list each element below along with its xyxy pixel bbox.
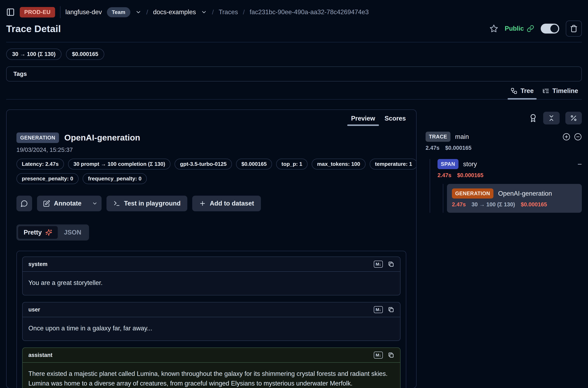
star-icon[interactable] <box>490 24 498 33</box>
tree-toolbar <box>426 109 582 127</box>
breadcrumb-trace-id: fac231bc-90ee-490a-aa32-78c4269474e3 <box>249 8 369 16</box>
breadcrumb: PROD-EU langfuse-dev Team / docs-example… <box>6 5 582 19</box>
format-json-segment[interactable]: JSON <box>58 226 87 239</box>
message-paragraph: You are a great storyteller. <box>28 278 394 288</box>
annotate-label: Annotate <box>54 200 81 207</box>
cost-badge: $0.000165 <box>66 48 104 60</box>
expand-all-icon[interactable] <box>563 133 570 141</box>
award-scores-icon[interactable] <box>529 114 537 122</box>
message-card-system: system M↓ You are a great storyteller. <box>22 257 401 295</box>
chevron-down-icon[interactable] <box>201 9 207 15</box>
chevron-down-icon <box>92 201 98 206</box>
trace-metrics: 2.47s $0.000165 <box>426 145 582 151</box>
message-paragraph: Once upon a time in a galaxy far, far aw… <box>28 323 394 333</box>
markdown-toggle-icon[interactable]: M↓ <box>374 261 383 268</box>
format-pretty-segment[interactable]: Pretty <box>18 226 58 239</box>
message-header: assistant M↓ <box>23 348 400 363</box>
page-title: Trace Detail <box>6 23 61 34</box>
collapse-all-button[interactable] <box>543 112 560 124</box>
top-p-badge: top_p: 1 <box>276 159 308 170</box>
observation-badges-row-1: Latency: 2.47s 30 prompt → 100 completio… <box>17 159 406 170</box>
annotate-dropdown[interactable] <box>88 201 102 206</box>
tab-timeline[interactable]: Timeline <box>540 85 581 99</box>
tab-preview[interactable]: Preview <box>347 110 379 127</box>
latency-badge: Latency: 2.47s <box>17 159 64 170</box>
comment-button[interactable] <box>17 196 32 211</box>
trace-type-badge: TRACE <box>426 132 451 142</box>
tree-node-generation-selected[interactable]: GENERATION OpenAI-generation 2.47s 30 → … <box>447 184 582 213</box>
markdown-toggle-icon[interactable]: M↓ <box>374 352 383 359</box>
pretty-label: Pretty <box>24 229 42 236</box>
message-content: There existed a majestic planet called L… <box>23 363 400 388</box>
public-label: Public <box>505 25 524 32</box>
trace-detail-page: PROD-EU langfuse-dev Team / docs-example… <box>0 5 588 388</box>
breadcrumb-section-traces[interactable]: Traces <box>219 8 238 16</box>
copy-icon[interactable] <box>388 306 394 313</box>
chevron-down-icon[interactable] <box>135 9 141 15</box>
breadcrumb-project[interactable]: docs-examples <box>153 8 196 16</box>
collapse-node-icon[interactable]: − <box>578 160 582 168</box>
span-type-badge: SPAN <box>437 159 458 169</box>
public-toggle[interactable] <box>541 24 559 34</box>
span-node-label: SPAN story <box>437 159 477 169</box>
max-tokens-badge: max_tokens: 100 <box>312 159 365 170</box>
copy-icon[interactable] <box>388 261 394 267</box>
observation-header: GENERATION OpenAI-generation <box>17 132 406 143</box>
terminal-icon <box>113 200 120 207</box>
panel-tabs: Preview Scores <box>7 110 416 127</box>
breadcrumb-organization[interactable]: langfuse-dev <box>65 8 102 16</box>
metrics-percent-button[interactable] <box>565 112 582 124</box>
sidebar-toggle-icon[interactable] <box>6 8 15 17</box>
presence-penalty-badge: presence_penalty: 0 <box>17 173 79 184</box>
sparkles-icon <box>45 229 52 236</box>
annotate-button[interactable]: Annotate <box>37 200 88 207</box>
breadcrumb-separator: / <box>146 8 148 16</box>
message-header: user M↓ <box>23 302 400 317</box>
environment-badge[interactable]: PROD-EU <box>20 7 55 18</box>
message-actions: M↓ <box>374 306 394 313</box>
toggle-knob <box>550 25 558 32</box>
percent-icon <box>570 114 577 122</box>
messages-container: system M↓ You are a great storyteller. <box>17 251 406 388</box>
message-role: assistant <box>28 352 52 358</box>
span-name: story <box>463 160 477 168</box>
tree-children-level-2: GENERATION OpenAI-generation 2.47s 30 → … <box>443 184 582 213</box>
usage-badge: 30 → 100 (Σ 130) <box>6 48 62 60</box>
message-actions: M↓ <box>374 352 394 359</box>
tree-node-trace[interactable]: TRACE main 2.47s $0.000165 <box>426 132 582 213</box>
message-card-user: user M↓ Once upon a time in a galaxy far… <box>22 302 401 341</box>
link-icon[interactable] <box>527 25 534 32</box>
model-badge: gpt-3.5-turbo-0125 <box>175 159 232 170</box>
trace-name: main <box>455 133 469 141</box>
generation-metrics: 2.47s 30 → 100 (Σ 130) $0.000165 <box>452 201 577 208</box>
add-to-dataset-button[interactable]: Add to dataset <box>192 196 261 211</box>
tab-tree[interactable]: Tree <box>508 85 537 99</box>
trace-tree-sidebar: TRACE main 2.47s $0.000165 <box>426 109 582 213</box>
cost-badge: $0.000165 <box>236 159 272 170</box>
collapse-all-icon[interactable] <box>574 133 582 141</box>
org-role-badge: Team <box>107 7 130 17</box>
delete-trace-button[interactable] <box>566 21 582 37</box>
message-card-assistant: assistant M↓ There existed a majestic pl… <box>22 347 401 388</box>
message-role: system <box>28 261 47 267</box>
copy-icon[interactable] <box>388 352 394 358</box>
tree-node-span[interactable]: SPAN story − 2.47s $0.000165 <box>437 159 582 213</box>
timeline-icon <box>542 87 549 95</box>
test-in-playground-button[interactable]: Test in playground <box>107 196 187 211</box>
tab-scores[interactable]: Scores <box>381 110 409 127</box>
span-metrics: 2.47s $0.000165 <box>437 172 582 179</box>
panel-body: GENERATION OpenAI-generation 19/03/2024,… <box>7 127 416 388</box>
tab-timeline-label: Timeline <box>552 87 578 95</box>
page-header: Trace Detail Public <box>6 21 582 42</box>
generation-type-badge: GENERATION <box>452 189 494 198</box>
markdown-toggle-icon[interactable]: M↓ <box>374 306 383 313</box>
observation-timestamp: 19/03/2024, 15:25:37 <box>17 146 406 153</box>
chevrons-collapse-icon <box>548 114 555 122</box>
generation-usage: 30 → 100 (Σ 130) <box>472 201 515 208</box>
annotate-split-button[interactable]: Annotate <box>37 196 102 211</box>
span-cost: $0.000165 <box>457 172 484 179</box>
tags-container[interactable]: Tags <box>6 67 582 81</box>
add-to-dataset-label: Add to dataset <box>210 200 254 207</box>
generation-latency: 2.47s <box>452 201 466 208</box>
frequency-penalty-badge: frequency_penalty: 0 <box>83 173 147 184</box>
